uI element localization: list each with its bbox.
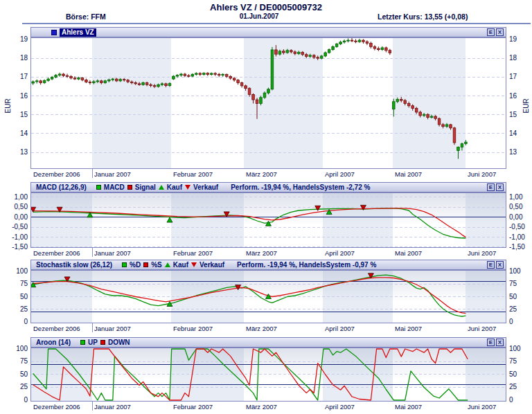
candle-body — [191, 74, 194, 76]
macd-line-swatch-icon — [96, 185, 101, 190]
candle-body — [347, 40, 350, 41]
header-divider — [22, 23, 531, 24]
candle-body — [335, 44, 338, 47]
candle-body — [172, 76, 175, 79]
candle-body — [233, 78, 236, 80]
y-tick-label: 17 — [509, 73, 531, 80]
aroon-up-swatch-icon — [80, 340, 85, 345]
close-button[interactable]: X — [496, 183, 504, 191]
stoch-legend-line2: %S — [151, 261, 162, 269]
y-tick-label: 0 — [6, 318, 28, 325]
close-button[interactable]: X — [496, 28, 504, 36]
y-tick-label: 75 — [509, 280, 531, 287]
y-tick-label: 100 — [6, 267, 28, 275]
candle-body — [39, 81, 42, 83]
candle-body — [305, 55, 308, 57]
y-tick-label: 0 — [509, 318, 531, 325]
candle-body — [393, 102, 396, 109]
candle-body — [407, 103, 410, 105]
close-button[interactable]: X — [496, 261, 504, 269]
percent-d-swatch-icon — [122, 262, 127, 267]
candle-body — [168, 84, 171, 86]
candle-body — [203, 73, 206, 75]
candle-body — [85, 80, 88, 82]
year-boundary-tick — [92, 248, 93, 257]
candle-body — [134, 83, 137, 84]
x-month-label: April 2007 — [325, 170, 355, 178]
y-tick-label: 100 — [509, 345, 531, 352]
aroon-legend-down: DOWN — [108, 339, 130, 346]
price-y-axis-title-left: EUR — [4, 93, 12, 114]
stoch-legend-line1: %D — [130, 261, 141, 269]
expand-button[interactable]: E — [487, 339, 495, 346]
x-month-label: Februar 2007 — [173, 170, 213, 178]
candle-body — [301, 52, 304, 54]
y-tick-label: -1,00 — [509, 233, 531, 241]
x-month-label: Dezember 2006 — [33, 249, 80, 257]
close-button[interactable]: X — [496, 339, 504, 346]
y-tick-label: 17 — [6, 73, 28, 80]
candle-body — [199, 73, 202, 75]
candle-body — [35, 81, 38, 82]
price-chart — [30, 37, 506, 169]
candle-body — [112, 79, 114, 80]
expand-button[interactable]: E — [487, 261, 495, 269]
candle-body — [58, 74, 61, 75]
series-swatch-icon — [51, 30, 57, 35]
aroon-panel-titlebar: Aroon (14) UP DOWN E X — [30, 337, 506, 348]
x-month-label: März 2007 — [246, 249, 277, 257]
y-tick-label: 19 — [509, 35, 531, 43]
candle-body — [104, 81, 107, 83]
candle-body — [32, 82, 35, 83]
candle-body — [153, 86, 156, 87]
y-tick-label: 19 — [6, 35, 28, 43]
macd-title: MACD (12,26,9) — [36, 183, 87, 191]
candle-body — [461, 144, 463, 147]
x-month-label: Juni 2007 — [468, 403, 496, 411]
percent-s-swatch-icon — [143, 262, 148, 267]
candle-body — [381, 48, 384, 50]
candle-body — [150, 84, 152, 85]
x-month-label: Februar 2007 — [173, 249, 213, 257]
expand-button[interactable]: E — [487, 28, 495, 36]
candle-body — [332, 46, 335, 49]
stoch-legend-sell: Verkauf — [200, 261, 224, 269]
page-title: Ahlers VZ / DE0005009732 — [0, 2, 532, 12]
candle-body — [278, 51, 281, 54]
candle-body — [142, 83, 145, 85]
candle-body — [138, 84, 141, 84]
candle-body — [450, 125, 452, 128]
expand-button[interactable]: E — [487, 183, 495, 191]
x-month-label: März 2007 — [246, 170, 277, 178]
candle-body — [434, 116, 437, 118]
y-tick-label: 25 — [6, 305, 28, 313]
candle-body — [256, 100, 258, 103]
y-tick-label: 25 — [509, 383, 531, 390]
candle-body — [165, 84, 168, 86]
x-month-label: März 2007 — [246, 325, 277, 332]
candle-body — [123, 80, 125, 80]
x-month-label: Dezember 2006 — [33, 403, 80, 411]
candle-body — [93, 82, 96, 83]
candle-body — [252, 94, 255, 100]
candle-body — [419, 112, 422, 116]
candle-body — [343, 41, 346, 42]
y-tick-label: 75 — [509, 357, 531, 365]
candle-body — [442, 125, 445, 127]
candle-body — [245, 86, 247, 89]
candle-body — [130, 82, 133, 82]
candle-body — [263, 93, 266, 98]
x-month-label: Dezember 2006 — [33, 170, 80, 178]
y-tick-label: 0,50 — [509, 203, 531, 210]
candle-body — [389, 51, 391, 53]
candle-body — [312, 55, 315, 57]
candle-body — [248, 89, 251, 95]
stoch-legend-buy: Kauf — [173, 261, 188, 269]
candle-body — [400, 99, 402, 100]
candle-body — [283, 51, 285, 53]
x-month-label: Mai 2007 — [395, 249, 422, 257]
candle-body — [78, 78, 80, 79]
y-tick-label: 18 — [6, 54, 28, 62]
candle-body — [415, 109, 418, 112]
x-month-label: Juni 2007 — [468, 249, 496, 257]
